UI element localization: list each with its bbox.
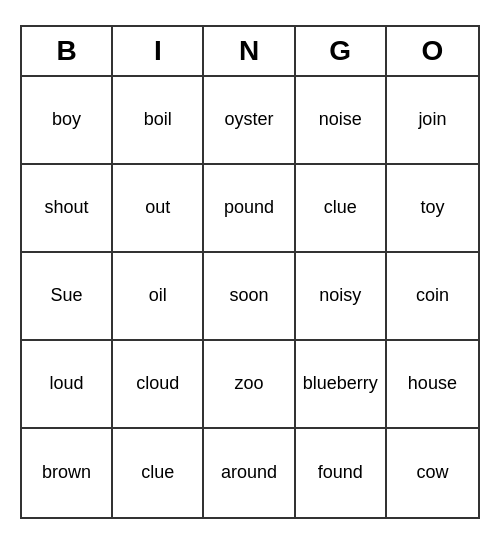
bingo-cell: found bbox=[296, 429, 387, 517]
bingo-cell-word: oyster bbox=[224, 109, 273, 131]
bingo-cell-word: boy bbox=[52, 109, 81, 131]
bingo-grid: boyboiloysternoisejoinshoutoutpoundcluet… bbox=[22, 77, 478, 517]
bingo-cell-word: found bbox=[318, 462, 363, 484]
bingo-cell-word: soon bbox=[229, 285, 268, 307]
bingo-cell: oil bbox=[113, 253, 204, 341]
bingo-cell: oyster bbox=[204, 77, 295, 165]
bingo-cell-word: blueberry bbox=[303, 373, 378, 395]
bingo-cell-word: shout bbox=[45, 197, 89, 219]
bingo-cell-word: oil bbox=[149, 285, 167, 307]
bingo-cell-word: cloud bbox=[136, 373, 179, 395]
bingo-cell-word: join bbox=[418, 109, 446, 131]
bingo-cell: boy bbox=[22, 77, 113, 165]
bingo-cell: brown bbox=[22, 429, 113, 517]
bingo-cell-word: clue bbox=[324, 197, 357, 219]
header-letter-b: B bbox=[22, 27, 113, 75]
header-letter-g: G bbox=[296, 27, 387, 75]
header-letter-o: O bbox=[387, 27, 478, 75]
bingo-cell: zoo bbox=[204, 341, 295, 429]
bingo-cell: Sue bbox=[22, 253, 113, 341]
bingo-cell: cloud bbox=[113, 341, 204, 429]
header-letter-n: N bbox=[204, 27, 295, 75]
bingo-cell: house bbox=[387, 341, 478, 429]
bingo-cell-word: around bbox=[221, 462, 277, 484]
bingo-cell: cow bbox=[387, 429, 478, 517]
bingo-cell: around bbox=[204, 429, 295, 517]
bingo-cell-word: house bbox=[408, 373, 457, 395]
bingo-cell-word: coin bbox=[416, 285, 449, 307]
bingo-cell-word: cow bbox=[416, 462, 448, 484]
bingo-cell-word: zoo bbox=[234, 373, 263, 395]
bingo-header: BINGO bbox=[22, 27, 478, 77]
bingo-cell-word: toy bbox=[420, 197, 444, 219]
bingo-cell: loud bbox=[22, 341, 113, 429]
bingo-cell: blueberry bbox=[296, 341, 387, 429]
bingo-cell: coin bbox=[387, 253, 478, 341]
bingo-cell: join bbox=[387, 77, 478, 165]
bingo-cell: boil bbox=[113, 77, 204, 165]
bingo-cell: out bbox=[113, 165, 204, 253]
bingo-cell: clue bbox=[113, 429, 204, 517]
bingo-cell-word: pound bbox=[224, 197, 274, 219]
bingo-cell-word: boil bbox=[144, 109, 172, 131]
bingo-cell-word: out bbox=[145, 197, 170, 219]
bingo-cell-word: noisy bbox=[319, 285, 361, 307]
bingo-cell: pound bbox=[204, 165, 295, 253]
bingo-cell-word: noise bbox=[319, 109, 362, 131]
bingo-cell-word: clue bbox=[141, 462, 174, 484]
bingo-cell: shout bbox=[22, 165, 113, 253]
bingo-cell-word: loud bbox=[50, 373, 84, 395]
bingo-cell-word: Sue bbox=[51, 285, 83, 307]
bingo-cell: noisy bbox=[296, 253, 387, 341]
bingo-cell: soon bbox=[204, 253, 295, 341]
bingo-cell: clue bbox=[296, 165, 387, 253]
bingo-cell: toy bbox=[387, 165, 478, 253]
bingo-cell: noise bbox=[296, 77, 387, 165]
header-letter-i: I bbox=[113, 27, 204, 75]
bingo-card: BINGO boyboiloysternoisejoinshoutoutpoun… bbox=[20, 25, 480, 519]
bingo-cell-word: brown bbox=[42, 462, 91, 484]
